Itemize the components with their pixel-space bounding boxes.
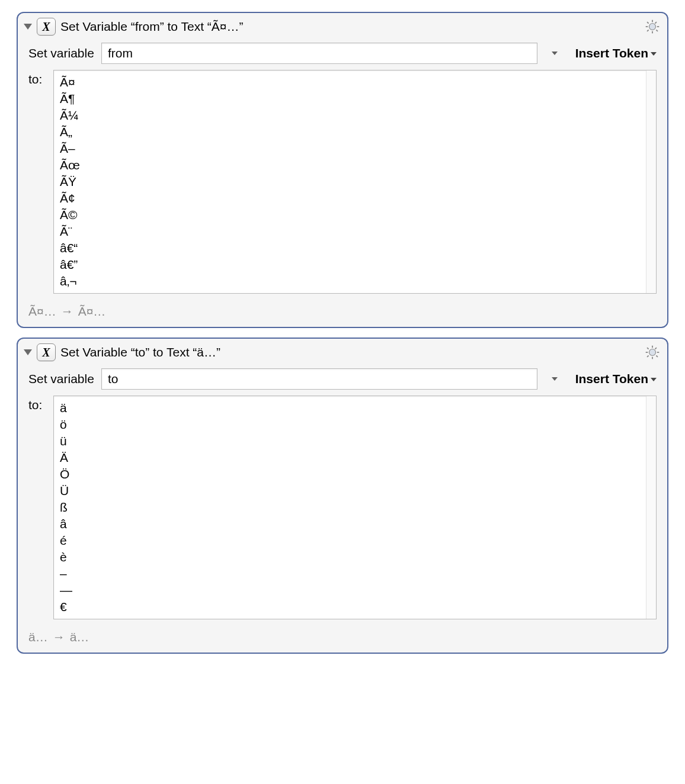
insert-token-button[interactable]: Insert Token	[575, 372, 657, 386]
action-preview: ä… → ä…	[18, 625, 667, 653]
to-row: to: ä ö ü Ä Ö Ü ß â é è – — €	[28, 396, 657, 619]
preview-from: Ã¤…	[28, 304, 56, 319]
disclosure-triangle-icon[interactable]	[24, 349, 32, 355]
variable-name-select[interactable]: from	[101, 43, 537, 64]
svg-rect-13	[657, 352, 660, 353]
action-title: Set Variable “to” to Text “ä…”	[59, 345, 641, 359]
action-header: X Set Variable “to” to Text “ä…”	[18, 339, 667, 365]
svg-rect-7	[655, 21, 657, 24]
chevron-down-icon[interactable]	[552, 52, 558, 55]
action-set-variable: X Set Variable “to” to Text “ä…”	[17, 338, 668, 654]
variable-name-value: from	[108, 46, 133, 60]
action-preview: Ã¤… → Ã¤…	[18, 300, 667, 327]
svg-rect-2	[652, 31, 653, 34]
action-header: X Set Variable “from” to Text “Ã¤…”	[18, 13, 667, 39]
svg-rect-4	[657, 26, 660, 27]
gear-icon[interactable]	[645, 345, 660, 360]
set-variable-row: Set variable from Insert Token	[28, 43, 657, 64]
set-variable-label: Set variable	[28, 372, 94, 386]
svg-rect-14	[646, 347, 649, 349]
svg-rect-17	[646, 355, 649, 358]
svg-rect-15	[656, 355, 658, 358]
preview-to: ä…	[70, 630, 89, 644]
svg-rect-8	[646, 30, 649, 32]
variable-action-icon: X	[37, 18, 56, 36]
to-row: to: Ã¤ Ã¶ Ã¼ Ã„ Ã– Ãœ ÃŸ Ã¢ Ã© Ã¨ â€“ â€…	[28, 70, 657, 294]
svg-rect-5	[646, 21, 649, 24]
arrow-right-icon: →	[61, 304, 73, 319]
svg-point-0	[649, 24, 656, 30]
to-text-input[interactable]: Ã¤ Ã¶ Ã¼ Ã„ Ã– Ãœ ÃŸ Ã¢ Ã© Ã¨ â€“ â€” â‚…	[53, 70, 657, 294]
to-text-content: Ã¤ Ã¶ Ã¼ Ã„ Ã– Ãœ ÃŸ Ã¢ Ã© Ã¨ â€“ â€” â‚…	[54, 70, 646, 293]
action-body: Set variable from Insert Token to: Ã¤ Ã¶…	[18, 39, 667, 300]
variable-name-value: to	[108, 372, 119, 386]
preview-to: Ã¤…	[78, 304, 106, 319]
to-text-content: ä ö ü Ä Ö Ü ß â é è – — €	[54, 396, 646, 619]
to-label: to:	[28, 70, 46, 86]
variable-name-select[interactable]: to	[101, 368, 537, 390]
chevron-down-icon	[651, 52, 657, 56]
scrollbar[interactable]	[646, 396, 656, 619]
svg-rect-1	[652, 20, 653, 23]
set-variable-label: Set variable	[28, 46, 94, 60]
svg-rect-16	[655, 347, 657, 349]
action-body: Set variable to Insert Token to: ä ö ü Ä…	[18, 365, 667, 625]
svg-rect-6	[656, 30, 658, 32]
scrollbar[interactable]	[646, 70, 656, 293]
action-set-variable: X Set Variable “from” to Text “Ã¤…”	[17, 12, 668, 328]
disclosure-triangle-icon[interactable]	[24, 24, 32, 30]
insert-token-label: Insert Token	[575, 46, 648, 60]
svg-rect-11	[652, 357, 653, 359]
variable-action-icon: X	[37, 343, 56, 361]
insert-token-label: Insert Token	[575, 372, 648, 386]
svg-rect-3	[646, 26, 648, 27]
insert-token-button[interactable]: Insert Token	[575, 46, 657, 60]
arrow-right-icon: →	[53, 630, 65, 644]
set-variable-row: Set variable to Insert Token	[28, 368, 657, 390]
preview-from: ä…	[28, 630, 48, 644]
action-title: Set Variable “from” to Text “Ã¤…”	[59, 20, 641, 34]
svg-rect-12	[646, 352, 648, 353]
gear-icon[interactable]	[645, 19, 660, 34]
svg-point-9	[649, 349, 656, 356]
svg-rect-10	[652, 346, 653, 348]
to-text-input[interactable]: ä ö ü Ä Ö Ü ß â é è – — €	[53, 396, 657, 619]
to-label: to:	[28, 396, 46, 412]
chevron-down-icon	[651, 378, 657, 381]
chevron-down-icon[interactable]	[552, 377, 558, 381]
